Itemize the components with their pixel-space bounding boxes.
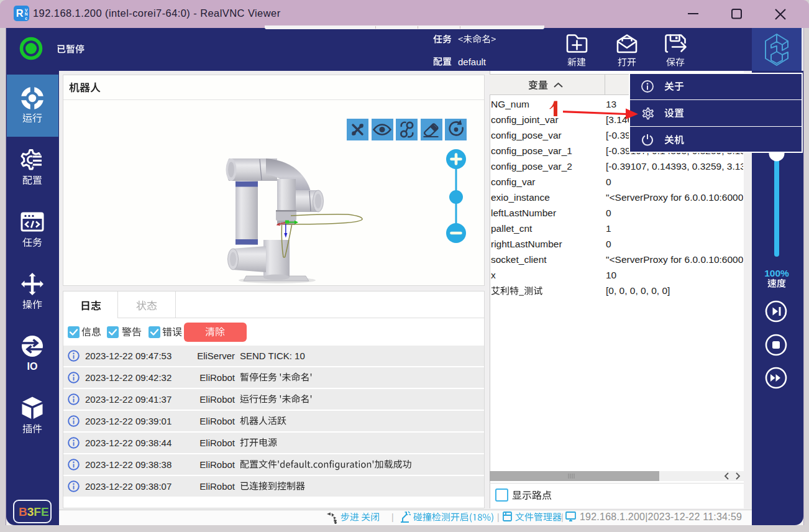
svg-text:R: R — [16, 7, 24, 19]
svg-text:c: c — [25, 16, 27, 21]
svg-text:B3FE: B3FE — [19, 505, 49, 518]
svg-text:100%: 100% — [764, 268, 789, 278]
svg-text:IO: IO — [27, 361, 38, 372]
